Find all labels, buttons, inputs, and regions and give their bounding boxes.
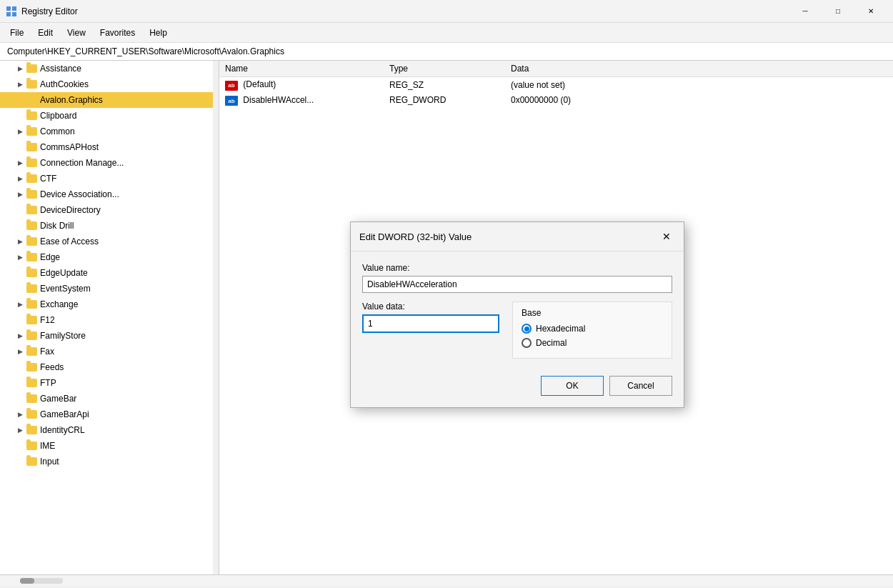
status-scrollbar[interactable]: [20, 578, 63, 584]
tree-item-ctf[interactable]: ▶ CTF: [0, 171, 219, 186]
tree-item-exchange[interactable]: ▶ Exchange: [0, 297, 219, 312]
folder-icon-ctf: [26, 173, 37, 184]
tree-item-assistance[interactable]: ▶ Assistance: [0, 61, 219, 76]
tree-label-assistance: Assistance: [40, 64, 81, 74]
maximize-button[interactable]: □: [822, 0, 854, 23]
dialog-title: Edit DWORD (32-bit) Value: [359, 231, 472, 242]
folder-icon-exchange: [26, 299, 37, 310]
tree-item-identitycrl[interactable]: ▶ IdentityCRL: [0, 422, 219, 438]
tree-item-ftp[interactable]: ▶ FTP: [0, 375, 219, 391]
tree-item-avalon-graphics[interactable]: ▶ Avalon.Graphics: [0, 92, 219, 108]
folder-icon-authcookies: [26, 79, 37, 90]
tree-label-gamebarapi: GameBarApi: [40, 409, 89, 419]
folder-icon-connection-manager: [26, 157, 37, 169]
tree-item-device-directory[interactable]: ▶ DeviceDirectory: [0, 202, 219, 218]
expander-assistance[interactable]: ▶: [14, 63, 26, 74]
expander-gamebarapi[interactable]: ▶: [14, 409, 26, 420]
tree-item-gamebarapi[interactable]: ▶ GameBarApi: [0, 407, 219, 422]
expander-identitycrl[interactable]: ▶: [14, 424, 26, 436]
tree-label-disk-drill: Disk Drill: [40, 221, 74, 231]
tree-item-event-system[interactable]: ▶ EventSystem: [0, 281, 219, 297]
tree-item-edge-update[interactable]: ▶ EdgeUpdate: [0, 265, 219, 281]
expander-device-association[interactable]: ▶: [14, 189, 26, 200]
registry-values-table: Name Type Data ab (Default) REG_SZ (valu…: [219, 61, 893, 108]
expander-fax[interactable]: ▶: [14, 346, 26, 357]
decimal-radio[interactable]: [522, 338, 532, 348]
close-button[interactable]: ✕: [854, 0, 887, 23]
menu-help[interactable]: Help: [142, 25, 174, 41]
menu-file[interactable]: File: [3, 25, 31, 41]
tree-label-ease-of-access: Ease of Access: [40, 236, 99, 246]
tree-item-input[interactable]: ▶ Input: [0, 454, 219, 469]
expander-family-store[interactable]: ▶: [14, 330, 26, 342]
tree-item-device-association[interactable]: ▶ Device Association...: [0, 186, 219, 202]
tree-item-family-store[interactable]: ▶ FamilyStore: [0, 328, 219, 344]
value-name-input[interactable]: [362, 276, 672, 293]
tree-label-commsaphost: CommsAPHost: [40, 142, 99, 152]
value-data-input[interactable]: [362, 314, 499, 333]
row-disable-hw-type: REG_DWORD: [384, 93, 505, 109]
dialog-footer: OK Cancel: [351, 370, 684, 407]
decimal-option[interactable]: Decimal: [522, 338, 663, 348]
tree-item-ease-of-access[interactable]: ▶ Ease of Access: [0, 234, 219, 249]
tree-label-f12: F12: [40, 315, 55, 325]
dialog-close-button[interactable]: ✕: [658, 228, 675, 245]
folder-icon-gamebarapi: [26, 409, 37, 420]
tree-item-gamebar[interactable]: ▶ GameBar: [0, 391, 219, 407]
expander-ease-of-access[interactable]: ▶: [14, 236, 26, 247]
menu-view[interactable]: View: [60, 25, 93, 41]
base-section: Base Hexadecimal Decimal: [512, 302, 672, 359]
tree-item-fax[interactable]: ▶ Fax: [0, 344, 219, 359]
tree-item-ime[interactable]: ▶ IME: [0, 438, 219, 454]
tree-label-input: Input: [40, 457, 59, 467]
tree-panel: ▶ Assistance ▶ AuthCookies ▶ Avalon.Grap…: [0, 61, 219, 574]
tree-item-clipboard[interactable]: ▶ Clipboard: [0, 108, 219, 124]
folder-icon-input: [26, 456, 37, 467]
table-row[interactable]: ab DisableHWAccel... REG_DWORD 0x0000000…: [219, 93, 893, 109]
hexadecimal-radio[interactable]: [522, 324, 532, 334]
tree-label-identitycrl: IdentityCRL: [40, 425, 85, 435]
tree-item-common[interactable]: ▶ Common: [0, 124, 219, 139]
hexadecimal-option[interactable]: Hexadecimal: [522, 324, 663, 334]
menu-favorites[interactable]: Favorites: [93, 25, 142, 41]
svg-rect-0: [6, 6, 11, 11]
col-type: Type: [384, 61, 505, 77]
ok-button[interactable]: OK: [541, 376, 604, 396]
tree-label-exchange: Exchange: [40, 299, 78, 309]
svg-rect-3: [12, 12, 16, 16]
expander-common[interactable]: ▶: [14, 126, 26, 137]
expander-authcookies[interactable]: ▶: [14, 79, 26, 90]
title-bar: Registry Editor ─ □ ✕: [0, 0, 893, 23]
expander-exchange[interactable]: ▶: [14, 299, 26, 310]
minimize-button[interactable]: ─: [789, 0, 822, 23]
tree-item-edge[interactable]: ▶ Edge: [0, 249, 219, 265]
expander-ctf[interactable]: ▶: [14, 173, 26, 184]
tree-label-clipboard: Clipboard: [40, 111, 76, 121]
expander-connection-manager[interactable]: ▶: [14, 157, 26, 169]
dialog-body: Value name: Value data: Base Hexadecimal…: [351, 251, 684, 370]
col-data: Data: [505, 61, 893, 77]
tree-label-fax: Fax: [40, 347, 54, 357]
expander-edge[interactable]: ▶: [14, 251, 26, 263]
status-bar: [0, 574, 893, 586]
tree-item-authcookies[interactable]: ▶ AuthCookies: [0, 76, 219, 92]
tree-item-commsaphost[interactable]: ▶ CommsAPHost: [0, 139, 219, 155]
folder-icon-family-store: [26, 330, 37, 342]
cancel-button[interactable]: Cancel: [609, 376, 672, 396]
folder-icon-device-directory: [26, 204, 37, 216]
tree-item-disk-drill[interactable]: ▶ Disk Drill: [0, 218, 219, 234]
tree-label-ime: IME: [40, 441, 55, 451]
folder-icon-ime: [26, 440, 37, 452]
table-row[interactable]: ab (Default) REG_SZ (value not set): [219, 77, 893, 93]
tree-item-connection-manager[interactable]: ▶ Connection Manage...: [0, 155, 219, 171]
tree-item-feeds[interactable]: ▶ Feeds: [0, 359, 219, 375]
tree-label-device-association: Device Association...: [40, 189, 119, 199]
tree-item-f12[interactable]: ▶ F12: [0, 312, 219, 328]
tree-scrollbar[interactable]: [213, 61, 219, 574]
tree-label-avalon-graphics: Avalon.Graphics: [40, 95, 103, 105]
tree-label-feeds: Feeds: [40, 362, 64, 372]
reg-sz-icon: ab: [225, 81, 238, 91]
menu-edit[interactable]: Edit: [31, 25, 60, 41]
tree-label-authcookies: AuthCookies: [40, 79, 89, 89]
dialog-row: Value data: Base Hexadecimal Decimal: [362, 302, 672, 359]
